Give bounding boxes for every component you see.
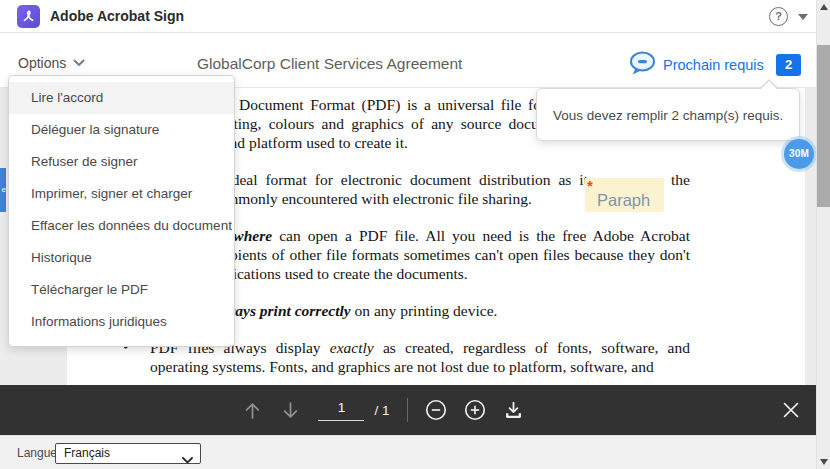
language-value: Français (64, 446, 110, 460)
comment-bubble-icon[interactable] (628, 51, 657, 81)
menu-item-download-pdf[interactable]: Télécharger le PDF (9, 274, 234, 306)
account-caret-icon[interactable] (798, 14, 808, 20)
top-bar: Adobe Acrobat Sign ? (0, 0, 830, 33)
next-page-button[interactable] (280, 400, 301, 421)
options-dropdown-menu: Lire l'accord Déléguer la signature Refu… (8, 75, 235, 347)
signer-avatar[interactable]: 30M (784, 139, 814, 169)
previous-page-button[interactable] (242, 400, 263, 421)
download-icon[interactable] (503, 400, 524, 421)
required-count-badge[interactable]: 2 (776, 54, 801, 76)
initials-form-field[interactable]: * Paraph (585, 178, 664, 212)
language-bar: Langue Français (0, 435, 830, 469)
zoom-in-button[interactable] (464, 399, 486, 421)
select-chevron-icon (182, 451, 193, 469)
menu-item-print-sign-upload[interactable]: Imprimer, signer et charger (9, 178, 234, 210)
menu-item-history[interactable]: Historique (9, 242, 234, 274)
tooltip-text: Vous devez remplir 2 champ(s) requis. (553, 89, 783, 142)
acrobat-logo-icon (17, 5, 40, 28)
menu-item-legal-notices[interactable]: Informations juridiques (9, 306, 234, 338)
acrobat-sign-window: Adobe Acrobat Sign ? Options GlobalCorp … (0, 0, 830, 469)
scroll-down-icon[interactable] (820, 459, 828, 465)
zoom-out-button[interactable] (425, 399, 447, 421)
chevron-down-icon (73, 59, 85, 67)
toolbar-divider (407, 398, 408, 422)
close-icon[interactable] (782, 401, 800, 423)
language-label: Langue (17, 446, 57, 460)
scroll-up-icon[interactable] (820, 4, 828, 10)
options-menu-trigger[interactable]: Options (18, 55, 85, 71)
menu-item-clear-document-data[interactable]: Effacer les données du document (9, 210, 234, 242)
help-icon[interactable]: ? (769, 7, 788, 26)
menu-item-delegate-signature[interactable]: Déléguer la signature (9, 114, 234, 146)
app-title: Adobe Acrobat Sign (50, 0, 184, 33)
document-title: GlobalCorp Client Services Agreement (197, 55, 462, 73)
page-number-input[interactable] (318, 400, 364, 421)
field-navigation-tab[interactable]: e (0, 168, 6, 212)
scrollbar-thumb[interactable] (817, 45, 830, 207)
required-fields-tooltip: Vous devez remplir 2 champ(s) requis. (536, 88, 800, 141)
required-asterisk: * (587, 177, 593, 194)
viewer-controls-bar: / 1 (0, 385, 816, 435)
page-total: / 1 (374, 403, 389, 418)
language-select[interactable]: Français (55, 443, 201, 464)
initials-field-label: Paraph (597, 191, 650, 210)
menu-item-read-agreement[interactable]: Lire l'accord (9, 82, 234, 114)
menu-item-decline-to-sign[interactable]: Refuser de signer (9, 146, 234, 178)
next-required-button[interactable]: Prochain requis (663, 57, 764, 73)
vertical-scrollbar (816, 0, 830, 469)
options-label: Options (18, 55, 66, 71)
